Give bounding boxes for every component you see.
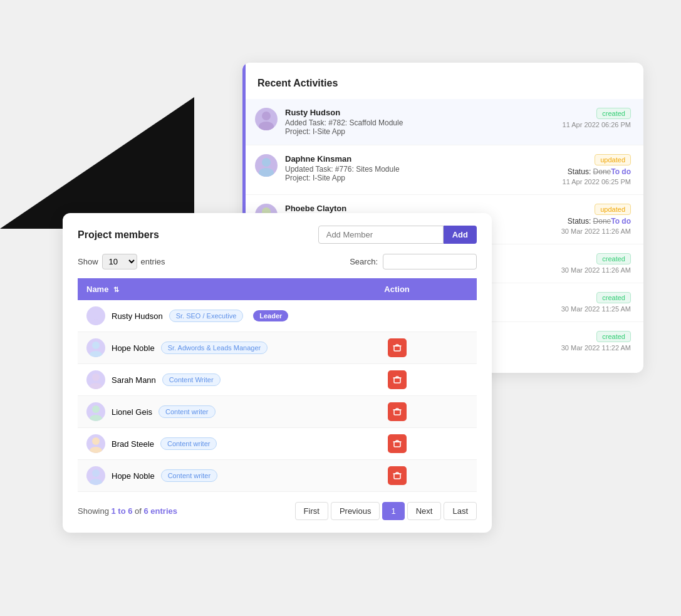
member-name-cell: Lionel Geis Content writer xyxy=(78,396,317,428)
action-cell xyxy=(317,332,477,364)
svg-point-8 xyxy=(92,342,100,349)
action-cell xyxy=(317,396,477,428)
avatar xyxy=(255,108,278,130)
delete-button[interactable] xyxy=(388,466,407,485)
action-cell xyxy=(317,428,477,460)
delete-button[interactable] xyxy=(388,402,407,421)
next-page-button[interactable]: Next xyxy=(407,502,442,520)
svg-point-17 xyxy=(92,437,100,445)
status-badge: created xyxy=(596,292,631,303)
previous-page-button[interactable]: Previous xyxy=(331,502,380,520)
svg-point-18 xyxy=(90,447,102,453)
leader-badge: Leader xyxy=(253,310,288,321)
add-member-input[interactable] xyxy=(318,226,444,244)
avatar xyxy=(86,370,105,389)
entries-select[interactable]: 10 25 50 100 xyxy=(102,254,137,269)
action-cell xyxy=(317,300,477,332)
avatar xyxy=(255,154,278,177)
svg-point-11 xyxy=(92,373,100,381)
status-badge: updated xyxy=(595,204,631,215)
table-row: Sarah Mann Content Writer xyxy=(78,364,477,396)
pm-title: Project members xyxy=(78,229,159,241)
status-todo: To do xyxy=(611,217,631,226)
svg-point-21 xyxy=(90,479,102,485)
name-column-header[interactable]: Name ⇅ xyxy=(78,278,317,300)
role-badge: Content writer xyxy=(160,437,217,450)
activity-time: 30 Mar 2022 11:26 AM xyxy=(561,266,631,274)
activity-meta: updated Status: DoneTo do 30 Mar 2022 11… xyxy=(543,204,631,235)
project-members-panel: Project members Add Show 10 25 50 100 en… xyxy=(63,213,492,533)
status-done: Done xyxy=(593,217,611,226)
svg-rect-10 xyxy=(394,346,400,351)
table-row: Brad Steele Content writer xyxy=(78,428,477,460)
svg-point-3 xyxy=(259,168,274,177)
activity-project: Project: I-Site App xyxy=(285,174,536,182)
activity-time: 11 Apr 2022 06:25 PM xyxy=(563,178,631,185)
svg-point-1 xyxy=(259,122,274,130)
action-cell xyxy=(317,364,477,396)
svg-point-12 xyxy=(90,383,102,389)
avatar xyxy=(86,402,105,421)
avatar xyxy=(86,306,105,325)
activity-meta: updated Status: DoneTo do 11 Apr 2022 06… xyxy=(543,154,631,185)
member-name-cell: Brad Steele Content writer xyxy=(86,434,308,453)
activity-meta: created 30 Mar 2022 11:22 AM xyxy=(543,331,631,352)
activity-time: 30 Mar 2022 11:22 AM xyxy=(561,344,631,352)
delete-button[interactable] xyxy=(388,370,407,389)
activity-meta: created 30 Mar 2022 11:25 AM xyxy=(543,292,631,313)
avatar xyxy=(86,338,105,357)
showing-text: Showing 1 to 6 of 6 entries xyxy=(78,506,177,516)
action-cell xyxy=(317,460,477,492)
member-name: Sarah Mann xyxy=(112,375,156,385)
activity-name: Daphne Kinsman xyxy=(285,154,536,164)
table-row: Hope Noble Content writer xyxy=(78,460,477,492)
activity-name: Rusty Hudson xyxy=(285,108,536,117)
role-badge: Sr. Adwords & Leads Manager xyxy=(161,342,268,354)
svg-rect-13 xyxy=(394,378,400,383)
activity-project: Project: I-Site App xyxy=(285,127,536,136)
pm-controls: Show 10 25 50 100 entries Search: xyxy=(78,254,477,269)
svg-point-9 xyxy=(90,351,102,357)
svg-point-0 xyxy=(262,112,271,120)
table-row: Rusty Hudson Sr. SEO / Executive Leader xyxy=(78,300,477,332)
current-page-button[interactable]: 1 xyxy=(382,502,404,520)
member-name-cell: Hope Noble Content writer xyxy=(86,466,308,485)
pagination: First Previous 1 Next Last xyxy=(295,502,477,520)
status-line: Status: DoneTo do xyxy=(568,167,631,176)
svg-point-20 xyxy=(92,469,100,477)
pm-header: Project members Add xyxy=(78,226,477,244)
member-name: Rusty Hudson xyxy=(112,311,163,321)
status-badge: created xyxy=(596,331,631,342)
status-line: Status: DoneTo do xyxy=(568,217,631,226)
member-name-cell: Rusty Hudson Sr. SEO / Executive Leader xyxy=(78,300,317,332)
delete-button[interactable] xyxy=(388,434,407,453)
pm-footer: Showing 1 to 6 of 6 entries First Previo… xyxy=(78,502,477,520)
search-input[interactable] xyxy=(383,254,477,269)
entries-label: entries xyxy=(141,257,165,266)
status-done: Done xyxy=(593,167,611,176)
delete-button[interactable] xyxy=(388,338,407,357)
member-name: Hope Noble xyxy=(112,471,155,481)
svg-rect-16 xyxy=(394,410,400,415)
activity-meta: created 11 Apr 2022 06:26 PM xyxy=(543,108,631,128)
last-page-button[interactable]: Last xyxy=(444,502,477,520)
first-page-button[interactable]: First xyxy=(295,502,328,520)
activity-name: Phoebe Clayton xyxy=(285,204,536,213)
show-entries: Show 10 25 50 100 entries xyxy=(78,254,165,269)
activity-desc: Updated Task: #776: Sites Module xyxy=(285,165,536,174)
svg-point-6 xyxy=(92,310,100,317)
search-label: Search: xyxy=(350,257,378,266)
status-badge: created xyxy=(596,108,631,119)
recent-activities-title: Recent Activities xyxy=(257,78,643,89)
table-row: Lionel Geis Content writer xyxy=(78,396,477,428)
search-box: Search: xyxy=(350,254,477,269)
activity-meta: created 30 Mar 2022 11:26 AM xyxy=(543,253,631,274)
member-name-cell: Rusty Hudson Sr. SEO / Executive Leader xyxy=(86,306,308,325)
role-badge: Content writer xyxy=(159,405,215,418)
member-name: Lionel Geis xyxy=(112,407,152,417)
svg-point-14 xyxy=(92,405,100,413)
role-badge: Content Writer xyxy=(162,373,221,386)
table-row: Hope Noble Sr. Adwords & Leads Manager xyxy=(78,332,477,364)
action-column-header: Action xyxy=(317,278,477,300)
add-member-button[interactable]: Add xyxy=(444,226,477,244)
